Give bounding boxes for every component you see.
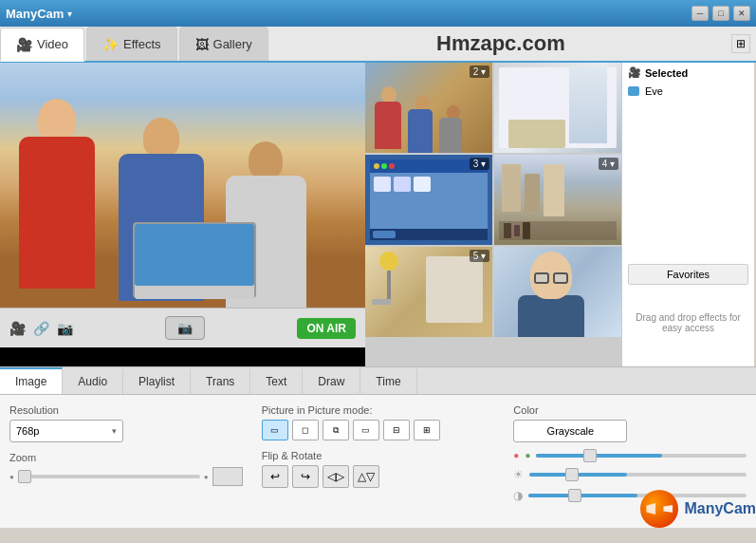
pip-btn-full[interactable]: ▭ [262,420,288,440]
resolution-value: 768p [16,425,39,437]
thumbnail-grid: 2 ▾ [365,63,621,366]
tab-time[interactable]: Time [360,367,416,394]
selected-item-label: Eve [645,85,663,97]
zoom-track[interactable] [18,475,200,478]
effects-tab-icon: ✨ [102,37,119,52]
pip-btn-side[interactable]: ▭ [353,420,379,440]
gallery-tab-label: Gallery [213,37,252,51]
tab-audio[interactable]: Audio [63,367,123,394]
zoom-label: Zoom [9,452,243,463]
resolution-arrow-icon: ▾ [112,426,117,436]
favorites-hint: Drag and drop effects for easy access [628,285,748,361]
thumbnail-6[interactable] [494,247,621,337]
window-controls: ─ □ ✕ [691,6,750,21]
tab-gallery[interactable]: 🖼 Gallery [179,27,268,61]
flip-rotate-label: Flip & Rotate [262,450,495,461]
selected-label: Selected [645,67,688,79]
pip-btn-small[interactable]: ◻ [292,420,319,440]
flip-rotate-buttons: ↩ ↪ ◁▷ △▽ [262,465,495,488]
thumbnail-1-num: 2 ▾ [470,66,489,78]
col-resolution-zoom: Resolution 768p ▾ Zoom ● ● [9,404,243,518]
color-slider-2: ☀ [513,468,747,481]
rotate-left-button[interactable]: ↩ [262,465,288,488]
color-dot-2: ● [525,450,530,460]
thumbnail-1[interactable]: 2 ▾ [365,63,492,153]
tab-effects[interactable]: ✨ Effects [86,27,177,61]
thumbnail-5-num: 5 ▾ [470,250,489,262]
pip-mode-buttons: ▭ ◻ ⧉ ▭ ⊟ ⊞ [262,420,495,440]
resolution-label: Resolution [9,404,243,416]
title-bar: ManyCam ▾ ─ □ ✕ [0,0,756,27]
settings-area: Resolution 768p ▾ Zoom ● ● Pi [0,395,756,528]
camera-icon: 🎥 [628,66,641,79]
zoom-minus-icon: ● [9,473,14,481]
right-panel-spacer [622,100,754,258]
zoom-value [212,467,243,486]
favorites-button[interactable]: Favorites [628,264,748,285]
title-dropdown-arrow[interactable]: ▾ [67,9,72,19]
tab-draw[interactable]: Draw [303,367,360,394]
flip-horizontal-button[interactable]: ◁▷ [323,465,349,488]
tab-image[interactable]: Image [0,367,63,394]
pip-label: Picture in Picture mode: [262,404,495,416]
thumbnail-3[interactable]: 3 ▾ [365,155,492,245]
pip-btn-equal[interactable]: ⊟ [383,420,410,440]
col-pip-flip: Picture in Picture mode: ▭ ◻ ⧉ ▭ ⊟ ⊞ Fli… [262,404,495,518]
color-track-2[interactable] [529,473,747,477]
bottom-section: Image Audio Playlist Trans Text Draw Tim… [0,366,756,528]
color-dot-1: ● [513,450,519,460]
tab-video[interactable]: 🎥 Video [0,28,84,62]
maximize-button[interactable]: □ [712,6,729,21]
bottom-tab-bar: Image Audio Playlist Trans Text Draw Tim… [0,367,756,395]
right-panel: 🎥 Selected Eve Favorites Drag and drop e… [621,63,754,366]
video-controls: 🎥 🔗 📷 📷 ON AIR [0,308,365,347]
capture-button[interactable]: 📷 [165,316,205,340]
manycam-logo-icon [640,490,678,528]
gallery-tab-icon: 🖼 [195,37,209,52]
video-tab-icon: 🎥 [16,37,32,52]
minimize-button[interactable]: ─ [691,6,709,21]
manycam-logo-area: ManyCam [640,490,756,528]
on-air-indicator: ON AIR [297,318,356,339]
color-track-1[interactable] [536,454,747,458]
thumbnail-3-num: 3 ▾ [470,158,489,170]
video-preview [0,63,365,308]
app-title: ManyCam [6,7,64,21]
main-content: 🎥 🔗 📷 📷 ON AIR [0,63,756,366]
sun-icon: ☀ [513,468,524,481]
link-button[interactable]: 🔗 [33,321,49,336]
thumbnail-5[interactable]: 5 ▾ [365,247,492,337]
thumbnail-4-num: 4 ▾ [599,158,618,170]
manycam-logo-text: ManyCam [684,500,756,517]
color-slider-1: ● ● [513,450,747,460]
site-title: Hmzapc.com [270,31,731,56]
video-tab-label: Video [37,37,68,51]
pip-btn-overlap[interactable]: ⧉ [323,420,349,440]
main-tab-bar: 🎥 Video ✨ Effects 🖼 Gallery Hmzapc.com ⊞ [0,27,756,63]
favorites-section: Favorites Drag and drop effects for easy… [622,258,754,366]
resolution-select[interactable]: 768p ▾ [9,420,123,442]
pip-btn-quad[interactable]: ⊞ [414,420,440,440]
col-color: Color Grayscale ● ● ☀ [513,404,747,518]
close-button[interactable]: ✕ [733,6,750,21]
thumbnail-4[interactable]: 4 ▾ [494,155,621,245]
zoom-control: ● ● [9,467,243,486]
snapshot-source-button[interactable]: 📷 [57,321,73,336]
effects-tab-label: Effects [123,37,161,51]
rotate-right-button[interactable]: ↪ [292,465,319,488]
camera-button[interactable]: 🎥 [9,321,26,336]
cam-small-icon [628,86,639,96]
tab-text[interactable]: Text [250,367,303,394]
flip-vertical-button[interactable]: △▽ [353,465,379,488]
grayscale-button[interactable]: Grayscale [513,420,627,442]
selected-item[interactable]: Eve [622,83,754,100]
zoom-plus-icon: ● [204,473,209,481]
title-brand-area: ManyCam ▾ [6,7,72,21]
color-label: Color [513,404,747,416]
selected-header: 🎥 Selected [622,63,754,83]
tab-playlist[interactable]: Playlist [123,367,191,394]
video-area: 🎥 🔗 📷 📷 ON AIR [0,63,365,366]
tab-trans[interactable]: Trans [191,367,250,394]
gallery-extra-button[interactable]: ⊞ [731,34,750,53]
thumbnail-2[interactable] [494,63,621,153]
